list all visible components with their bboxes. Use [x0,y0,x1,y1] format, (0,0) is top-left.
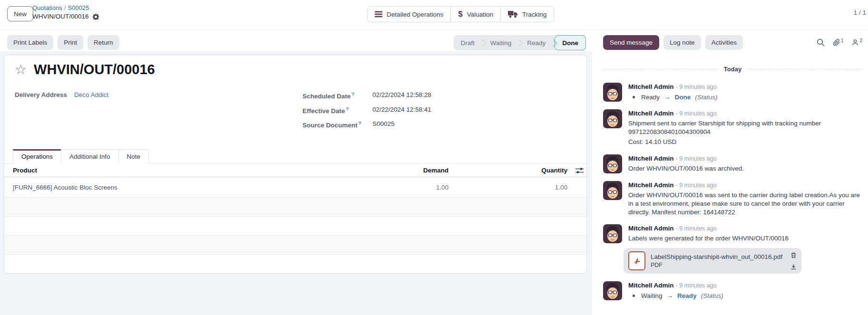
status-step-done-active[interactable]: Done [555,35,586,50]
view-button-group: Detailed Operations $ Valuation Tracking [367,6,554,22]
empty-row [4,255,586,274]
empty-row [4,236,586,255]
form-action-toolbar: Print Labels Print Return [7,35,119,50]
message-body: Shipment sent to carrier Starshipit for … [628,119,862,136]
tracking-button[interactable]: Tracking [501,6,554,22]
pager[interactable]: 1 / 1 [854,9,866,16]
tracking-to[interactable]: Ready [677,292,697,299]
chatter-message: Mitchell Admin- 9 minutes ago Ready → Do… [603,83,862,102]
new-button[interactable]: New [7,6,33,21]
message-author[interactable]: Mitchell Admin [628,155,674,162]
message-author[interactable]: Mitchell Admin [628,110,674,117]
return-button[interactable]: Return [88,35,119,50]
breadcrumb-parent-link[interactable]: Quotations [32,4,62,11]
attachment-type: PDF [651,262,785,268]
arrow-right-icon: → [667,292,673,299]
print-labels-button[interactable]: Print Labels [7,35,53,50]
table-row[interactable]: [FURN_6666] Acoustic Bloc Screens 1.00 1… [4,177,586,198]
tracking-field: (Status) [695,94,717,101]
status-step-waiting[interactable]: Waiting [484,39,518,47]
breadcrumb-record-link[interactable]: S00025 [68,4,89,11]
form-sheet: ☆ WHVIN/OUT/00016 Delivery Address Deco … [4,55,587,274]
message-time: - 9 minutes ago [676,225,717,232]
status-step-draft[interactable]: Draft [454,39,481,47]
settings-gear-icon[interactable] [92,13,99,20]
detailed-operations-button[interactable]: Detailed Operations [367,6,451,22]
statusbar: Draft Waiting Ready Done [454,35,586,50]
breadcrumb-separator: / [64,4,66,11]
attachment-filename[interactable]: LabelShipping-starshipit-whvin_out_00016… [651,253,785,260]
message-time: - 9 minutes ago [676,110,717,117]
cell-product[interactable]: [FURN_6666] Acoustic Bloc Screens [13,184,377,191]
message-author[interactable]: Mitchell Admin [628,282,674,289]
search-messages-icon[interactable] [817,38,825,47]
optional-columns-icon[interactable] [567,167,584,174]
activities-button[interactable]: Activities [705,35,743,50]
empty-row [4,198,586,217]
effective-date-value[interactable]: 02/22/2024 12:58:41 [372,106,431,115]
delivery-address-value[interactable]: Deco Addict [74,91,108,98]
dollar-icon: $ [458,10,462,19]
message-body: Labels were generated for the order WHVI… [628,234,862,243]
date-divider: Today [603,66,862,73]
delivery-address-label: Delivery Address [15,91,74,98]
operations-table: Product Demand Quantity [FURN_6666] Acou… [4,164,586,274]
column-header-quantity[interactable]: Quantity [449,167,567,174]
message-time: - 9 minutes ago [676,155,717,162]
message-author[interactable]: Mitchell Admin [628,225,674,232]
chatter-message: Mitchell Admin- 9 minutes ago Waiting → … [603,281,862,300]
followers-icon[interactable]: 2 [851,38,862,47]
tab-operations[interactable]: Operations [13,149,61,164]
chatter-message: Mitchell Admin- 9 minutes ago Labels wer… [603,224,862,273]
tab-additional-info[interactable]: Additional Info [61,149,119,164]
avatar[interactable] [603,83,622,102]
message-time: - 9 minutes ago [676,282,717,289]
avatar[interactable] [603,181,622,200]
help-icon: ? [351,91,354,96]
delete-attachment-icon[interactable] [790,252,797,258]
log-note-button[interactable]: Log note [663,35,701,50]
breadcrumb-current: WHVIN/OUT/00016 [32,13,89,20]
send-message-button[interactable]: Send message [603,35,659,50]
message-author[interactable]: Mitchell Admin [628,181,674,189]
effective-date-label: Effective Date? [302,106,372,115]
list-icon [375,11,382,18]
avatar[interactable] [603,109,622,128]
print-button[interactable]: Print [58,35,83,50]
chatter-message: Mitchell Admin- 9 minutes ago Order WHVI… [603,181,862,217]
favorite-star-icon[interactable]: ☆ [15,63,27,77]
column-header-product[interactable]: Product [13,167,377,174]
message-body: Order WHVIN/OUT/00016 was archived. [628,164,862,173]
attachment-card[interactable]: LabelShipping-starshipit-whvin_out_00016… [624,248,801,274]
avatar[interactable] [603,224,622,243]
attachments-icon[interactable]: 1 [833,38,844,47]
message-time: - 9 minutes ago [676,182,717,189]
empty-row [4,217,586,236]
avatar[interactable] [603,154,622,173]
arrow-right-icon: → [664,94,671,101]
message-author[interactable]: Mitchell Admin [628,83,674,90]
cell-demand[interactable]: 1.00 [377,184,449,191]
tracking-change: Waiting → Ready (Status) [628,292,862,299]
status-step-ready[interactable]: Ready [520,39,552,47]
column-header-demand[interactable]: Demand [377,167,449,174]
tracking-change: Ready → Done (Status) [628,94,862,101]
tracking-to[interactable]: Done [675,94,691,101]
source-document-value[interactable]: S00025 [372,120,395,129]
truck-icon [508,10,518,18]
source-document-label: Source Document? [302,120,372,129]
tab-note[interactable]: Note [118,149,149,164]
follower-count: 2 [859,38,862,43]
form-background: ☆ WHVIN/OUT/00016 Delivery Address Deco … [0,51,592,315]
topbar-divider [0,29,868,30]
control-panel: New Quotations/S00025 WHVIN/OUT/00016 De… [0,0,868,51]
cell-quantity[interactable]: 1.00 [449,184,567,191]
download-attachment-icon[interactable] [790,264,797,270]
avatar[interactable] [603,281,622,300]
help-icon: ? [346,106,349,111]
tracking-from: Ready [641,94,660,101]
scheduled-date-value[interactable]: 02/22/2024 12:58:28 [372,91,431,100]
chatter-panel: Today Mitchell Admin- 9 minutes ago Read… [592,51,868,315]
valuation-button[interactable]: $ Valuation [451,6,501,22]
table-header-row: Product Demand Quantity [4,164,586,177]
